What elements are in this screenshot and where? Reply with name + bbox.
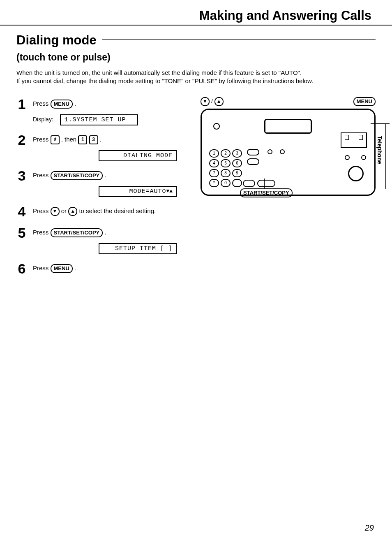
step-text: Press [33,135,51,142]
step-1: 1 Press MENU . Display: 1.SYSTEM SET UP [16,97,189,125]
up-arrow-icon: ▲ [214,97,224,106]
section-title: Dialing mode [16,33,97,48]
step-2: 2 Press ♯ , then 1 3 . DIALING MODE [16,133,189,161]
keypad-key: 5 [221,159,231,167]
chapter-rule [0,25,392,26]
step-number: 6 [16,262,27,276]
indicator-icon [267,149,272,154]
three-key: 3 [89,135,98,144]
keypad-key: 8 [221,169,231,177]
chapter-title: Making and Answering Calls [16,8,376,23]
illustration-column: ▼ / ▲ MENU 1 2 3 [201,97,376,196]
step-4: 4 Press ▼ or ▲ to select the desired set… [16,204,189,218]
keypad-key: 6 [232,159,242,167]
keypad-key: 1 [209,149,219,158]
down-arrow-key: ▼ [51,207,60,216]
lcd-arrows-icon: ▼▲ [166,188,173,194]
hash-key: ♯ [51,135,60,144]
step-text: Press [33,100,51,107]
display-label: Display: [33,116,53,123]
device-output-tray [341,132,367,148]
keypad-key: 9 [232,169,242,177]
intro-line: When the unit is turned on, the unit wil… [16,69,302,76]
up-arrow-key: ▲ [68,207,77,216]
device-dial [348,166,364,181]
leader-line [264,179,265,188]
step-number: 1 [16,97,27,111]
intro-line: If you cannot dial, change the dialing m… [16,77,313,84]
keypad-key: □ [232,179,242,187]
step-text: , then [61,135,78,142]
indicator-icon [213,123,220,130]
step-text: or [61,207,69,214]
step-6: 6 Press MENU . [16,262,189,276]
step-text: . [104,171,106,178]
step-text: Press [33,264,51,271]
step-number: 5 [16,226,27,240]
device-button-icon [247,158,259,165]
step-text: to select the desired setting. [79,207,156,214]
lcd-display: DIALING MODE [99,150,177,161]
step-text: . [100,135,101,142]
start-set-copy-callout: START/SET/COPY [240,188,293,197]
section-rule [102,39,376,41]
keypad-key: * [209,179,219,187]
down-arrow-icon: ▼ [201,97,210,106]
steps-column: 1 Press MENU . Display: 1.SYSTEM SET UP … [16,97,189,283]
menu-callout: MENU [353,97,376,106]
step-text: Press [33,228,51,235]
start-set-copy-button-label: START/SET/COPY [51,228,103,237]
step-text: Press [33,207,51,214]
device-screen [264,119,312,134]
intro-text: When the unit is turned on, the unit wil… [16,69,376,86]
indicator-icon [361,155,366,160]
menu-button-label: MENU [51,100,73,109]
step-3: 3 Press START/SET/COPY . MODE=AUTO ▼▲ [16,169,189,197]
menu-button-label: MENU [51,264,73,273]
step-text: . [104,228,106,235]
step-number: 3 [16,169,27,183]
step-text: . [74,264,76,271]
keypad-key: 3 [232,149,242,158]
indicator-icon [280,149,285,154]
lcd-display: 1.SYSTEM SET UP [60,114,138,125]
keypad-key: 2 [221,149,231,158]
device-button-icon [247,149,259,155]
device-button-icon [257,180,275,187]
start-set-copy-button-label: START/SET/COPY [51,171,103,180]
keypad-key: 4 [209,159,219,167]
device-button-icon [243,180,255,187]
step-number: 2 [16,133,27,147]
lcd-text: MODE=AUTO [129,188,166,195]
indicator-icon [345,155,350,160]
step-text: Press [33,171,51,178]
section-tab-label: Telephone [374,124,386,189]
section-subtitle: (touch tone or pulse) [16,52,376,63]
device-panel-illustration: 1 2 3 4 5 6 7 8 9 * 0 □ [201,109,376,196]
one-key: 1 [78,135,87,144]
section-tab: Telephone [371,123,390,189]
page-number: 29 [365,523,374,533]
keypad-key: 0 [221,179,231,187]
step-5: 5 Press START/SET/COPY . SETUP ITEM [ ] [16,226,189,254]
keypad-key: 7 [209,169,219,177]
lcd-display: SETUP ITEM [ ] [99,243,177,254]
device-keypad: 1 2 3 4 5 6 7 8 9 * 0 □ [209,149,242,187]
step-number: 4 [16,204,27,218]
lcd-display: MODE=AUTO ▼▲ [99,186,177,197]
step-text: . [74,100,76,107]
